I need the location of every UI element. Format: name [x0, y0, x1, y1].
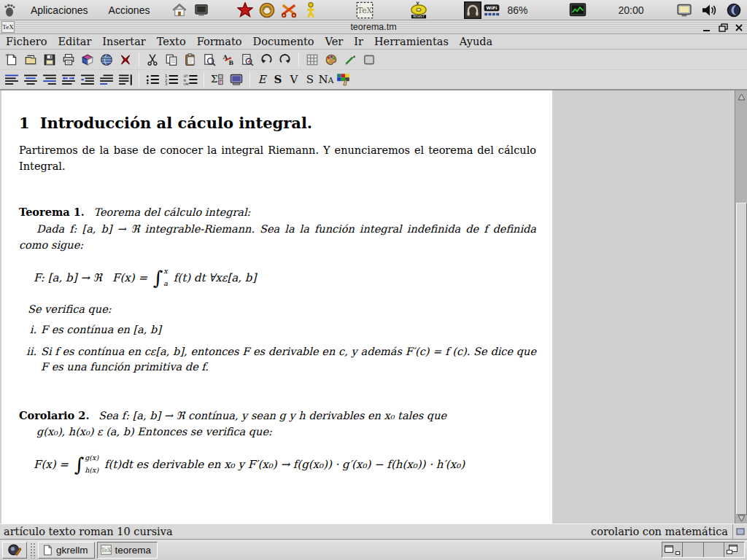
home-icon[interactable]: [170, 1, 189, 20]
star-icon[interactable]: [236, 1, 255, 20]
wifi-icon[interactable]: WiFi: [482, 1, 501, 20]
terminal-icon[interactable]: [192, 1, 211, 20]
document-page[interactable]: 1 Introducción al cáculo integral. Parti…: [1, 90, 552, 524]
verbatim-button[interactable]: V: [287, 71, 301, 88]
menu-editar[interactable]: Editar: [58, 36, 91, 47]
workspace-4[interactable]: [724, 542, 744, 557]
paragraph-center-icon[interactable]: [22, 71, 39, 88]
enumerate-icon[interactable]: 123: [163, 71, 180, 88]
replace-icon[interactable]: AB: [220, 51, 237, 69]
indent-first-icon[interactable]: [98, 71, 115, 88]
scissors-icon[interactable]: [279, 1, 298, 20]
person-icon[interactable]: [301, 1, 320, 20]
volume-icon[interactable]: [700, 1, 719, 20]
sample-button[interactable]: S: [303, 71, 317, 88]
paragraph-right-icon[interactable]: [41, 71, 58, 88]
tasklist-drag-handle[interactable]: [29, 542, 36, 559]
taskbar-button-teorema[interactable]: TeX teorema: [97, 542, 158, 559]
integral-sign: ∫ g(x) h(x): [74, 455, 98, 474]
redo-icon[interactable]: [276, 51, 294, 69]
description-icon[interactable]: GTNUM: [182, 71, 199, 88]
formula-post: f(t) dt ∀xε[a, b]: [170, 271, 256, 284]
list-item: ii. Si f es contínua en cε[a, b], entonc…: [19, 344, 536, 376]
section-number: 1: [19, 114, 30, 132]
paragraph-justify-icon[interactable]: [60, 71, 77, 88]
copy-icon[interactable]: [163, 51, 180, 69]
find-icon[interactable]: [201, 51, 218, 69]
scroll-up-arrow-icon[interactable]: [735, 90, 747, 103]
emphasize-button[interactable]: E: [255, 71, 269, 88]
scrollbar-thumb[interactable]: [736, 203, 747, 515]
itemize-icon[interactable]: [144, 71, 161, 88]
tex-icon[interactable]: TeX: [355, 1, 374, 20]
cd-roast-icon[interactable]: XROAST: [409, 1, 428, 20]
clock[interactable]: 20:00: [618, 4, 643, 16]
headphones-icon[interactable]: [463, 1, 482, 20]
workspace-1[interactable]: [662, 542, 683, 557]
menu-fichero[interactable]: Fichero: [6, 36, 47, 47]
scroll-down-arrow-icon[interactable]: [735, 512, 747, 524]
screensaver-icon[interactable]: [724, 1, 743, 20]
indent-right-icon[interactable]: [79, 71, 96, 88]
menu-ver[interactable]: Ver: [325, 36, 344, 47]
status-cursor-context: corolario con matemática: [591, 526, 732, 537]
color-palette-icon[interactable]: [322, 51, 340, 69]
close-button[interactable]: [734, 23, 744, 33]
taskbar-button-gkrellm[interactable]: gkrellm: [38, 542, 95, 559]
color-chooser-icon[interactable]: [335, 71, 352, 88]
teorema-block: Teorema 1. Teorema del cálculo integral:…: [19, 204, 536, 376]
formula-pre: F(x) =: [34, 458, 72, 471]
menu-ayuda[interactable]: Ayuda: [460, 36, 492, 47]
window-titlebar[interactable]: TeX teorema.tm: [0, 20, 747, 34]
gnome-panel: Aplicaciones Acciones TeX XROAST: [0, 0, 747, 20]
applications-menu[interactable]: Aplicaciones: [22, 0, 97, 20]
new-document-icon[interactable]: [3, 51, 20, 69]
cut-icon[interactable]: [144, 51, 161, 69]
actions-menu[interactable]: Acciones: [100, 0, 159, 20]
screenshot-applet-icon[interactable]: [2, 542, 27, 559]
system-monitor-icon[interactable]: [568, 1, 587, 20]
menu-texto[interactable]: Texto: [157, 36, 186, 47]
list-item: i. F es contínua en [a, b]: [19, 322, 536, 338]
gnome-foot-icon[interactable]: [0, 1, 19, 20]
spell-check-icon[interactable]: [239, 51, 256, 69]
status-corner-widget[interactable]: [732, 524, 747, 539]
menu-documento[interactable]: Documento: [253, 36, 314, 47]
integral-lower-limit: a: [163, 280, 168, 287]
menu-formato[interactable]: Formato: [197, 36, 242, 47]
svg-text:B: B: [229, 60, 234, 66]
math-input-icon[interactable]: ΣΓ: [209, 71, 226, 88]
session-icon[interactable]: [228, 71, 245, 88]
draw-icon[interactable]: [341, 51, 359, 69]
strong-button[interactable]: S: [271, 71, 285, 88]
maximize-button[interactable]: [718, 23, 728, 33]
display-settings-icon[interactable]: [675, 1, 694, 20]
workspace-2[interactable]: [683, 542, 703, 557]
undo-icon[interactable]: [258, 51, 275, 69]
menu-insertar[interactable]: Insertar: [102, 36, 145, 47]
teorema-title: Teorema del cálculo integral:: [93, 206, 250, 218]
save-icon[interactable]: [41, 51, 58, 69]
orb-icon[interactable]: [258, 1, 276, 20]
formula-post: f(t)dt es derivable en x₀ y F′(x₀) → f(g…: [101, 458, 465, 471]
workspace-3[interactable]: [704, 542, 724, 557]
open-document-icon[interactable]: [22, 51, 39, 69]
minimize-button[interactable]: [702, 23, 712, 33]
main-toolbar: AB: [0, 50, 747, 70]
paragraph-margins-icon[interactable]: [117, 71, 134, 88]
web-icon[interactable]: [98, 51, 115, 69]
print-icon[interactable]: [60, 51, 77, 69]
export-icon[interactable]: [79, 51, 96, 69]
paragraph-left-icon[interactable]: [3, 71, 20, 88]
close-document-icon[interactable]: [117, 51, 134, 69]
menu-ir[interactable]: Ir: [354, 36, 363, 47]
taskbar-button-label: gkrellm: [56, 545, 88, 556]
name-button[interactable]: Na: [319, 71, 333, 88]
vertical-scrollbar[interactable]: [735, 90, 747, 524]
paste-icon[interactable]: [182, 51, 199, 69]
statusbar: artículo texto roman 10 cursiva corolari…: [0, 524, 747, 540]
integral-upper-limit: g(x): [85, 454, 98, 462]
table-icon[interactable]: [303, 51, 321, 69]
menu-herramientas[interactable]: Herramientas: [374, 36, 449, 47]
frame-icon[interactable]: [360, 51, 378, 69]
